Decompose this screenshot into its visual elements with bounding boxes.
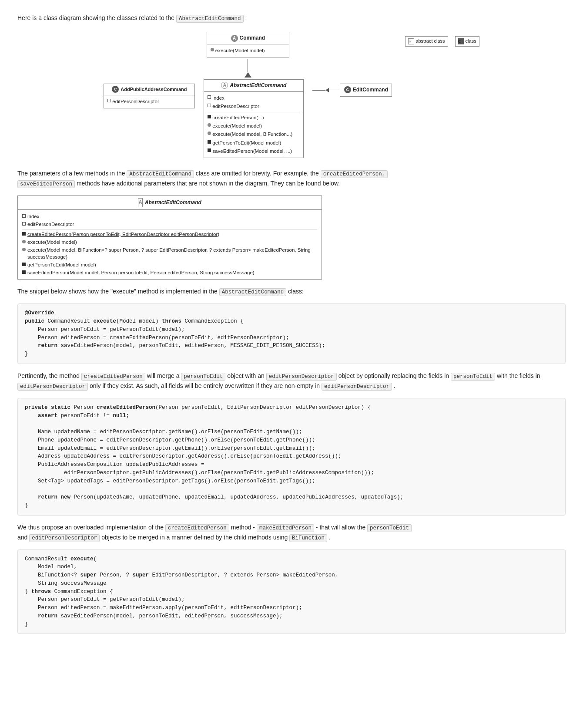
aec-field1: index	[208, 94, 300, 102]
abstract-legend-box: A abstract class	[405, 36, 448, 47]
code-block-1: @Override public CommandResult execute(M…	[17, 303, 566, 364]
add-public-field: editPersonDescriptor	[107, 98, 191, 105]
add-public-address-box: C AddPublicAddressCommand editPersonDesc…	[104, 84, 195, 108]
detail-field2: editPersonDescriptor	[22, 221, 317, 228]
paragraph1: The parameters of a few methods in the A…	[17, 169, 566, 189]
detail-method1: createEditedPerson(Person personToEdit, …	[22, 231, 317, 238]
arrow-shaft	[329, 90, 340, 90]
legend-abstract-icon: A	[408, 38, 414, 44]
method-icon-d5	[22, 270, 26, 274]
circle-icon-d3	[22, 248, 26, 251]
add-public-icon: C	[112, 86, 119, 93]
horiz-line	[312, 90, 325, 91]
aec-method1: createEditedPerson(...)	[208, 114, 300, 121]
para1-method2: saveEditedPerson	[17, 180, 75, 188]
command-method: execute(Model model)	[211, 47, 285, 54]
aec-method5: saveEditedPerson(Model model, ...)	[208, 147, 300, 155]
field-icon-d2	[22, 222, 26, 226]
para4-m3: personToEdit	[367, 524, 412, 532]
diagram-main: A Command execute(Model model) C	[104, 32, 392, 158]
para4-m4: editPersonDescriptor	[29, 534, 100, 542]
arrow-head	[245, 72, 251, 78]
arrow-head-right	[325, 88, 329, 92]
circle-icon2	[208, 123, 211, 127]
uml-detail-body: index editPersonDescriptor createEditedP…	[18, 210, 322, 280]
command-class-box: A Command execute(Model model)	[207, 32, 289, 57]
para3-m4: personToEdit	[451, 373, 495, 381]
para3-m3: editPersonDescriptor	[266, 373, 337, 381]
circle-icon3	[208, 131, 211, 135]
arrow-assembly	[325, 88, 340, 92]
aec-method4: getPersonToEdit(Model model)	[208, 139, 300, 147]
field-outline-icon2	[208, 104, 211, 107]
circle-icon-d2	[22, 240, 26, 243]
para4-m2: makeEditedPerson	[257, 524, 314, 532]
add-public-title: C AddPublicAddressCommand	[104, 84, 194, 96]
left-group: C AddPublicAddressCommand editPersonDesc…	[104, 79, 195, 108]
abstract-title: A AbstractEditCommand	[204, 80, 303, 92]
circle-icon	[211, 48, 214, 51]
paragraph4: We thus propose an overloaded implementa…	[17, 522, 566, 543]
method-icon-d1	[22, 232, 26, 236]
field-icon-d1	[22, 214, 26, 218]
diagram-legend: A abstract class C class	[405, 36, 479, 47]
detail-field1: index	[22, 213, 317, 220]
edit-command-title: C EditCommand	[340, 84, 392, 96]
detail-divider	[22, 229, 317, 229]
legend-class-icon: C	[458, 38, 464, 44]
abstract-legend: A abstract class	[405, 36, 448, 47]
aec-method3: execute(Model model, BiFunction...)	[208, 130, 300, 138]
divider	[208, 112, 300, 112]
intro-text: Here is a class diagram showing the clas…	[17, 14, 174, 21]
field-outline-icon	[208, 95, 211, 99]
uml-detail-icon: A	[138, 198, 143, 207]
method-icon2	[208, 140, 211, 144]
para3-m5: editPersonDescriptor	[17, 383, 88, 391]
method-icon-d4	[22, 263, 26, 266]
para3-m2: personToEdit	[181, 373, 225, 381]
method-icon	[208, 115, 211, 118]
para2-class: AbstractEditCommand	[219, 288, 287, 296]
code-block-3: CommandResult execute( Model model, BiFu…	[17, 549, 566, 634]
add-public-body: editPersonDescriptor	[104, 95, 194, 108]
class-legend-box: C class	[455, 36, 479, 47]
code-block-2: private static Person createEditedPerson…	[17, 398, 566, 516]
command-icon: A	[231, 35, 238, 42]
command-class-title: A Command	[207, 32, 289, 44]
para4-m5: BiFunction	[289, 534, 327, 542]
para3-m6: editPersonDescriptor	[322, 383, 392, 391]
aec-method2: execute(Model model)	[208, 122, 300, 130]
arrow-line	[248, 59, 248, 72]
para1-class: AbstractEditCommand	[127, 170, 194, 178]
abstract-edit-command-box: A AbstractEditCommand index editPersonDe…	[204, 79, 304, 158]
paragraph3: Pertinently, the method createEditedPers…	[17, 371, 566, 391]
edit-command-box: C EditCommand	[340, 84, 392, 97]
detail-method2: execute(Model model)	[22, 239, 317, 246]
detail-method5: saveEditedPerson(Model model, Person per…	[22, 269, 317, 276]
abstract-icon: A	[221, 82, 228, 89]
class-legend: C class	[455, 36, 479, 47]
para1-method1: createEditedPerson,	[321, 170, 388, 178]
inheritance-arrow	[245, 59, 251, 78]
detail-method4: getPersonToEdit(Model model)	[22, 261, 317, 268]
method-icon3	[208, 148, 211, 152]
intro-colon: :	[245, 14, 247, 21]
edit-command-icon: C	[344, 86, 351, 93]
class-diagram: A Command execute(Model model) C	[17, 32, 566, 158]
uml-detail-title: A AbstractEditCommand	[18, 196, 322, 210]
paragraph2: The snippet below shows how the "execute…	[17, 286, 566, 297]
intro-class: AbstractEditCommand	[176, 15, 244, 23]
para3-m1: createEditedPerson	[81, 373, 145, 381]
arrow-container	[312, 89, 325, 91]
uml-detail-box: A AbstractEditCommand index editPersonDe…	[17, 195, 322, 280]
para4-m1: createEditedPerson	[165, 524, 229, 532]
right-group: C EditCommand	[312, 84, 392, 97]
abstract-body: index editPersonDescriptor createEditedP…	[204, 92, 303, 158]
intro-paragraph: Here is a class diagram showing the clas…	[17, 13, 566, 23]
arrow-and-box: C EditCommand	[325, 84, 392, 97]
diagram-middle-row: C AddPublicAddressCommand editPersonDesc…	[104, 79, 392, 158]
detail-method3: execute(Model model, BiFunction<? super …	[22, 246, 317, 260]
command-class-body: execute(Model model)	[207, 44, 289, 57]
aec-field2: editPersonDescriptor	[208, 102, 300, 110]
field-icon	[107, 99, 111, 102]
